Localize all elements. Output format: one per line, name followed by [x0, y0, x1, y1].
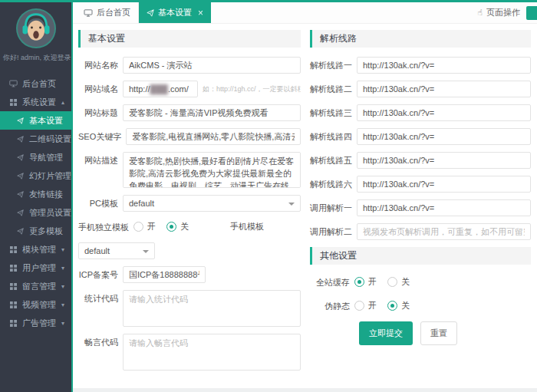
parse-line-row: 解析线路三 [310, 104, 531, 121]
caret-up-icon: ▴ [61, 99, 64, 106]
sidebar-item-qrcode-settings[interactable]: 二维码设置 [0, 130, 71, 148]
send-icon [16, 173, 25, 180]
sidebar-item-home[interactable]: 后台首页 [0, 74, 71, 93]
send-icon [16, 136, 25, 143]
pc-template-select[interactable]: default [123, 195, 301, 212]
selected-value: default [129, 199, 154, 208]
avatar-wrap: 你好! admin, 欢迎登录 [0, 2, 71, 74]
icp-input[interactable] [123, 266, 206, 283]
field-label: 全站缓存 [310, 274, 354, 291]
bottom-strip [73, 388, 537, 392]
parse-line-2-input[interactable] [357, 81, 531, 97]
sidebar-item-label: 友情链接 [29, 189, 63, 200]
parse-line-3-input[interactable] [357, 104, 531, 121]
radio-pseudo-off[interactable] [387, 301, 397, 311]
radio-label: 开 [368, 298, 377, 314]
parse-line-4-input[interactable] [357, 128, 531, 145]
comment-code-textarea[interactable] [123, 334, 301, 371]
sidebar-item-admin-settings[interactable]: 管理员设置 [0, 203, 71, 222]
section-title-other: 其他设置 [310, 247, 531, 265]
seo-keywords-input[interactable] [126, 128, 301, 145]
site-title-row: 网站标题 [78, 104, 301, 121]
parse-line-6-input[interactable] [357, 176, 531, 193]
field-label: 网站名称 [78, 57, 123, 74]
sidebar-item-module-management[interactable]: 模块管理 ▾ [0, 240, 71, 259]
radio-label: 关 [401, 298, 410, 314]
field-label: 网站标题 [78, 104, 123, 121]
call-parse-1-input[interactable] [357, 199, 531, 216]
sidebar-item-video-management[interactable]: 视频管理 ▾ [0, 295, 71, 314]
field-label: SEO关键字 [78, 128, 126, 145]
avatar[interactable] [16, 8, 56, 48]
edge-button[interactable] [526, 6, 537, 20]
send-icon [16, 117, 25, 124]
site-title-input[interactable] [123, 104, 301, 121]
field-label: 调用解析一 [310, 199, 357, 216]
tab-basic-settings[interactable]: 基本设置 × [139, 2, 211, 23]
sidebar-item-label: 用户管理 [22, 262, 56, 274]
sidebar-item-system-settings[interactable]: 系统设置 ▴ [0, 93, 71, 111]
monitor-icon [9, 80, 18, 87]
sidebar: 你好! admin, 欢迎登录 后台首页 系统设置 ▴ 基本设置 [0, 2, 73, 392]
sidebar-item-ad-management[interactable]: 广告管理 ▾ [0, 314, 71, 332]
submit-button[interactable]: 立即提交 [359, 321, 413, 345]
admin-app: 你好! admin, 欢迎登录 后台首页 系统设置 ▴ 基本设置 [0, 0, 537, 392]
monitor-icon [84, 9, 93, 17]
radio-label: 开 [368, 274, 377, 290]
content: 基本设置 网站名称 网站域名 http:// ███ .com/ 如：http:… [73, 24, 537, 388]
grid-icon [9, 265, 18, 272]
domain-hint: 如：http://1gh.cc/，一定要以斜杠结尾，否则出错！ [203, 81, 301, 97]
radio-cache-on[interactable] [354, 277, 364, 287]
grid-icon [9, 283, 18, 290]
radio-label: 开 [147, 219, 156, 235]
stats-code-textarea[interactable] [123, 290, 301, 327]
parse-line-1-input[interactable] [357, 57, 531, 74]
sidebar-item-more-templates[interactable]: 更多模板 [0, 222, 71, 240]
field-label: 畅言代码 [78, 334, 123, 351]
send-icon [16, 191, 25, 198]
field-label: ICP备案号 [78, 266, 123, 283]
seo-keywords-row: SEO关键字 [78, 128, 301, 145]
basic-settings-panel: 基本设置 网站名称 网站域名 http:// ███ .com/ 如：http:… [74, 30, 305, 388]
section-title-basic: 基本设置 [78, 30, 301, 48]
hand-icon: ☝ [477, 8, 483, 18]
caret-down-icon: ▾ [61, 265, 64, 272]
sidebar-item-label: 系统设置 [22, 97, 56, 108]
call-parse-2-input[interactable] [357, 223, 531, 240]
mobile-template-select[interactable]: default [78, 242, 155, 259]
field-label: 解析线路五 [310, 152, 357, 169]
parse-line-row: 解析线路五 [310, 152, 531, 169]
field-label: 解析线路六 [310, 176, 357, 193]
radio-pseudo-on[interactable] [354, 301, 364, 311]
sidebar-menu: 后台首页 系统设置 ▴ 基本设置 二维码设置 [0, 74, 71, 392]
radio-label: 关 [180, 219, 189, 235]
sidebar-item-user-management[interactable]: 用户管理 ▾ [0, 259, 71, 277]
radio-mobile-on[interactable] [133, 222, 143, 232]
sidebar-item-label: 更多模板 [29, 226, 63, 237]
radio-cache-off[interactable] [387, 277, 397, 287]
parse-line-row: 调用解析二 [310, 223, 531, 240]
field-label: 调用解析二 [310, 223, 357, 240]
sidebar-item-friend-links[interactable]: 友情链接 [0, 185, 71, 203]
site-domain-input[interactable]: http:// ███ .com/ [123, 81, 198, 97]
sidebar-item-slideshow-management[interactable]: 幻灯片管理 [0, 166, 71, 185]
tab-label: 后台首页 [97, 7, 130, 18]
send-icon [16, 228, 25, 235]
radio-mobile-off[interactable] [166, 222, 176, 232]
tab-bar: 后台首页 基本设置 × ☝ 页面操作 [73, 2, 537, 24]
site-description-textarea[interactable]: 爱客影院,热剧快播,最好看的剧情片尽在爱客影院,高清云影视免费为大家提供最新最全… [123, 152, 301, 188]
send-icon [16, 209, 25, 216]
parse-line-row: 解析线路六 [310, 176, 531, 193]
sidebar-item-basic-settings[interactable]: 基本设置 [0, 111, 71, 130]
reset-button[interactable]: 重置 [420, 321, 457, 345]
sidebar-item-nav-management[interactable]: 导航管理 [0, 148, 71, 166]
caret-down-icon: ▾ [61, 301, 64, 308]
tab-dashboard[interactable]: 后台首页 [76, 2, 139, 23]
close-icon[interactable]: × [198, 8, 203, 18]
main-area: 后台首页 基本设置 × ☝ 页面操作 基本设置 网站名称 [73, 2, 537, 392]
site-name-input[interactable] [123, 57, 301, 74]
field-label: 解析线路三 [310, 104, 357, 121]
sidebar-item-message-management[interactable]: 留言管理 ▾ [0, 277, 71, 295]
parse-line-5-input[interactable] [357, 152, 531, 169]
parse-settings-panel: 解析线路 解析线路一 解析线路二 解析线路三 解析线路四 [305, 30, 537, 388]
